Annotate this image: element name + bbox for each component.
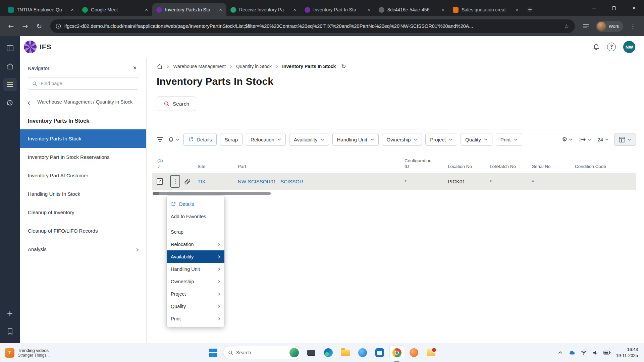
context-menu-item-relocation[interactable]: Relocation › — [167, 238, 224, 250]
cell-site[interactable]: TIX — [198, 179, 238, 184]
column-location-no[interactable]: Location No — [448, 164, 490, 170]
quality-menu-button[interactable]: Quality — [461, 133, 492, 146]
tab-close-icon[interactable]: ✕ — [514, 7, 520, 13]
column-site[interactable]: Site — [198, 164, 238, 170]
column-part[interactable]: Part — [238, 164, 405, 170]
tab-inventory-part-in-stock[interactable]: Inventory Part In Sto ✕ — [301, 3, 375, 16]
tab-close-icon[interactable]: ✕ — [143, 7, 150, 13]
column-configuration-id[interactable]: Configuration ID — [405, 158, 448, 170]
row-checkbox[interactable]: ✓ — [157, 178, 163, 185]
selection-header[interactable]: (1) ✓ — [152, 158, 170, 170]
cell-part[interactable]: NW-SCISSOR01 - SCISSOR — [238, 179, 405, 184]
breadcrumb-warehouse-management[interactable]: Warehouse Management — [173, 64, 226, 69]
tab-inventory-parts-in-stock[interactable]: Inventory Parts In Sto ✕ — [152, 3, 226, 16]
address-bar[interactable]: ☆ — [50, 19, 575, 33]
page-size-select[interactable]: 24 — [597, 137, 609, 142]
browser-menu-kebab-icon[interactable]: ⋮ — [627, 20, 639, 33]
url-input[interactable] — [64, 23, 561, 29]
context-menu-item-quality[interactable]: Quality › — [167, 300, 224, 312]
export-icon[interactable] — [579, 135, 592, 144]
tab-close-icon[interactable]: ✕ — [69, 7, 75, 13]
volume-icon[interactable] — [590, 348, 600, 358]
context-menu-item-ownership[interactable]: Ownership › — [167, 275, 224, 288]
wifi-icon[interactable] — [579, 348, 589, 358]
window-close-button[interactable]: ✕ — [624, 0, 644, 16]
reading-list-icon[interactable] — [580, 20, 592, 33]
history-icon[interactable] — [3, 96, 17, 109]
sidebar-item-inventory-parts-in-stock[interactable]: Inventory Parts In Stock — [20, 129, 146, 148]
sidebar-item-handling-units-in-stock[interactable]: Handling Units In Stock — [20, 185, 146, 203]
new-window-plus-icon[interactable]: + — [3, 307, 17, 320]
bookmark-star-icon[interactable]: ☆ — [564, 23, 570, 30]
tab-8dc4416e[interactable]: 8dc4416e-54ae-456 ✕ — [375, 3, 449, 16]
new-tab-button[interactable]: + — [524, 4, 536, 15]
taskbar-app-edge[interactable] — [321, 346, 335, 360]
sidebar-item-inventory-part-in-stock-reservations[interactable]: Inventory Part In Stock Reservations — [20, 148, 146, 166]
row-kebab-menu[interactable]: ⋮ — [170, 175, 180, 188]
relocation-menu-button[interactable]: Relocation — [246, 133, 286, 146]
refresh-icon[interactable]: ↻ — [341, 63, 346, 70]
cell-serial-no[interactable]: * — [532, 179, 575, 184]
context-menu-item-details[interactable]: Details — [167, 198, 224, 210]
context-menu-item-print[interactable]: Print › — [167, 312, 224, 325]
sidebar-item-inventory-part-at-customer[interactable]: Inventory Part At Customer — [20, 166, 146, 185]
taskbar-app-mail[interactable] — [424, 346, 438, 360]
details-button[interactable]: Details — [183, 133, 217, 146]
reload-icon[interactable]: ↻ — [33, 20, 46, 33]
window-maximize-button[interactable] — [604, 0, 624, 16]
tray-chevron-up-icon[interactable] — [555, 348, 565, 358]
table-row[interactable]: ✓ ⋮ TIX NW-SCISSOR01 - SCISSOR * PICK01 … — [152, 173, 636, 190]
tab-sales-quotation[interactable]: Sales quotation creat ✕ — [449, 3, 523, 16]
subscribe-bell-icon[interactable] — [167, 134, 180, 145]
project-menu-button[interactable]: Project — [425, 133, 457, 146]
tab-close-icon[interactable]: ✕ — [366, 7, 372, 13]
sidebar-item-cleanup-of-inventory[interactable]: Cleanup of Inventory — [20, 203, 146, 222]
sidebar-item-analysis[interactable]: Analysis › — [20, 240, 146, 258]
tab-tntra-employee[interactable]: TNTRA Employee Qu ✕ — [4, 3, 78, 16]
taskbar-app-blue[interactable] — [356, 346, 370, 360]
window-minimize-button[interactable] — [584, 0, 604, 16]
taskbar-clock[interactable]: 16:43 19-11-2025 — [614, 347, 641, 358]
user-avatar[interactable]: NW — [623, 41, 635, 53]
column-condition-code[interactable]: Condition Code — [575, 164, 636, 170]
tab-google-meet[interactable]: Google Meet ✕ — [78, 3, 152, 16]
tab-close-icon[interactable]: ✕ — [217, 7, 224, 13]
context-menu-item-scrap[interactable]: Scrap — [167, 226, 224, 238]
sidebar-toggle-icon[interactable] — [3, 42, 17, 55]
view-mode-button[interactable] — [614, 133, 636, 146]
handling-unit-menu-button[interactable]: Handling Unit — [332, 133, 379, 146]
filter-icon[interactable] — [156, 135, 164, 144]
taskbar-app-store[interactable] — [373, 346, 387, 360]
onedrive-cloud-icon[interactable] — [567, 348, 577, 358]
availability-menu-button[interactable]: Availability — [289, 133, 329, 146]
horizontal-scrollbar[interactable] — [152, 192, 636, 195]
taskbar-app-desktop[interactable] — [304, 346, 318, 360]
search-button[interactable]: Search — [157, 97, 196, 111]
context-menu-item-project[interactable]: Project › — [167, 288, 224, 300]
print-menu-button[interactable]: Print — [496, 133, 522, 146]
breadcrumb-home-icon[interactable] — [157, 64, 163, 69]
navigator-back-icon[interactable]: ‹ — [24, 99, 34, 107]
navigator-close-icon[interactable]: ✕ — [132, 65, 137, 71]
help-icon[interactable]: ? — [607, 43, 616, 51]
taskbar-widget[interactable]: 7 Trending videos Stranger Things... — [0, 343, 54, 362]
tab-close-icon[interactable]: ✕ — [440, 7, 446, 13]
breadcrumb-quantity-in-stock[interactable]: Quantity in Stock — [236, 64, 272, 69]
bookmarks-icon[interactable] — [3, 325, 17, 338]
site-info-icon[interactable] — [56, 23, 61, 29]
context-menu-item-handling-unit[interactable]: Handling Unit › — [167, 263, 224, 275]
tab-receive-inventory[interactable]: Receive Inventory Pa ✕ — [226, 3, 301, 16]
scrap-button[interactable]: Scrap — [220, 133, 243, 146]
home-icon[interactable] — [3, 60, 17, 73]
sidebar-item-cleanup-of-fifo-lifo-records[interactable]: Cleanup of FIFO/LIFO Records — [20, 222, 146, 240]
column-serial-no[interactable]: Serial No — [532, 164, 575, 170]
scrollbar-thumb[interactable] — [153, 192, 271, 195]
taskbar-app-file-explorer[interactable] — [338, 346, 353, 360]
attachment-paperclip-icon[interactable] — [184, 178, 198, 185]
browser-profile-chip[interactable]: Work — [596, 21, 623, 32]
start-button[interactable] — [206, 346, 220, 360]
taskbar-app-chrome[interactable] — [390, 346, 404, 360]
back-icon[interactable]: ← — [5, 20, 17, 33]
taskbar-app-people[interactable] — [407, 346, 421, 360]
context-menu-item-add-to-favorites[interactable]: Add to Favorites — [167, 210, 224, 223]
